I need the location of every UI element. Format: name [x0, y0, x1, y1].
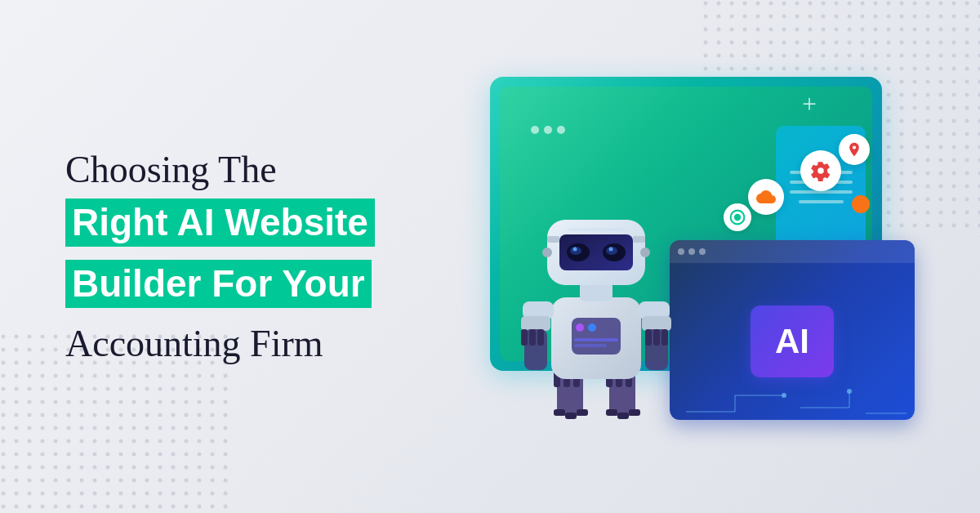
- svg-rect-18: [554, 409, 565, 416]
- svg-point-30: [576, 323, 584, 332]
- svg-point-58: [542, 248, 552, 257]
- svg-point-5: [734, 214, 741, 221]
- teal-circle-icon: [724, 203, 751, 231]
- svg-rect-55: [568, 228, 625, 231]
- svg-point-9: [782, 393, 786, 398]
- circuit-decoration: [670, 379, 915, 420]
- svg-rect-44: [653, 329, 660, 346]
- ai-label: AI: [751, 306, 834, 377]
- svg-point-12: [847, 389, 852, 394]
- plus-icon: +: [802, 89, 817, 119]
- svg-rect-25: [606, 409, 617, 416]
- svg-rect-33: [574, 344, 607, 347]
- gear-icon: [800, 150, 841, 191]
- screen-circles: [531, 126, 565, 134]
- svg-rect-56: [547, 236, 559, 243]
- text-area: Choosing The Right AI Website Builder Fo…: [0, 147, 408, 367]
- headline-line2-highlight: Right AI Website: [65, 199, 375, 247]
- svg-rect-29: [572, 318, 621, 355]
- side-screen-line4: [799, 200, 844, 203]
- svg-rect-19: [565, 413, 577, 419]
- svg-rect-37: [521, 329, 528, 346]
- svg-rect-32: [574, 338, 618, 341]
- robot-illustration: [506, 138, 686, 440]
- monitor-titlebar: [670, 240, 915, 263]
- svg-point-31: [588, 323, 596, 332]
- headline-line1: Choosing The: [65, 147, 376, 192]
- svg-rect-43: [645, 329, 652, 346]
- svg-rect-45: [662, 329, 668, 346]
- page-container: Choosing The Right AI Website Builder Fo…: [0, 0, 980, 513]
- monitor-dot2: [688, 248, 695, 255]
- svg-rect-20: [577, 409, 588, 416]
- svg-rect-57: [633, 236, 645, 243]
- location-pin-icon: [839, 134, 870, 165]
- svg-rect-41: [642, 316, 671, 331]
- cloud-icon: [748, 179, 784, 215]
- headline-line4: Accounting Firm: [65, 321, 376, 366]
- svg-point-54: [609, 248, 613, 252]
- illustration-wrapper: +: [466, 60, 923, 453]
- svg-rect-27: [629, 409, 640, 416]
- svg-rect-39: [537, 329, 544, 346]
- svg-point-53: [573, 248, 577, 252]
- monitor-dot3: [699, 248, 706, 255]
- headline-line3-highlight: Builder For Your: [65, 260, 372, 308]
- svg-rect-38: [529, 329, 536, 346]
- monitor-screen: AI: [670, 240, 915, 420]
- svg-rect-26: [617, 413, 629, 419]
- svg-rect-35: [521, 316, 550, 331]
- illustration-area: +: [408, 0, 980, 513]
- orange-dot: [852, 195, 870, 213]
- svg-point-59: [640, 248, 650, 257]
